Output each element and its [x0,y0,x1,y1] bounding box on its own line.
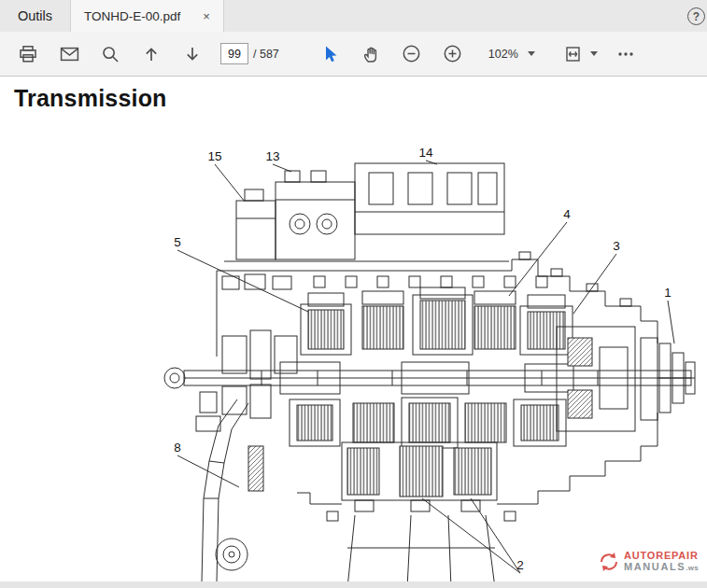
page-total-label: / 587 [253,48,279,61]
tab-document-label: TONHD-E-00.pdf [84,9,180,23]
callout-leader-line [668,301,674,343]
callout-leader-line [215,164,245,202]
page-fit-icon [565,46,586,63]
autorepair-logo-icon [598,551,620,573]
callout-label: 4 [563,207,571,221]
tab-outils-label: Outils [18,8,52,23]
callout-leader-line [273,164,291,172]
printer-icon [19,45,37,63]
hand-tool-button[interactable] [356,39,386,69]
tab-document[interactable]: TONHD-E-00.pdf × [70,0,224,32]
tab-bar: Outils TONHD-E-00.pdf × ? [0,0,707,33]
ellipsis-icon [617,51,634,57]
callout-leader-line [422,498,520,573]
search-button[interactable] [95,39,125,69]
zoom-level-select[interactable]: 102% [483,44,541,64]
plus-circle-icon [443,44,462,63]
envelope-icon [60,45,79,63]
arrow-up-icon [142,45,161,63]
next-page-button[interactable] [177,39,207,69]
watermark: AUTOREPAIR MANUALS.ws [598,550,699,573]
callout-label: 13 [265,149,279,163]
callout-leader-line [471,498,520,573]
callout-label: 5 [174,235,181,249]
zoom-out-button[interactable] [397,39,427,69]
tab-outils[interactable]: Outils [0,0,70,32]
select-tool-button[interactable] [315,39,345,69]
chevron-down-icon [590,51,598,56]
arrow-down-icon [183,45,202,63]
page-display-options-button[interactable] [565,46,598,63]
cursor-arrow-icon [320,45,339,63]
callout-label: 3 [613,239,620,253]
callout-label: 8 [174,441,181,455]
print-button[interactable] [13,39,43,69]
zoom-in-button[interactable] [438,39,468,69]
help-icon: ? [693,10,700,23]
transmission-diagram: 151314431582 [0,77,707,588]
zoom-level-value: 102% [488,48,518,61]
hand-icon [361,45,380,63]
more-options-button[interactable] [611,39,641,69]
callout-label: 2 [516,558,524,572]
callout-label: 14 [418,146,433,160]
search-icon [101,45,120,63]
pdf-toolbar: / 587 102% [0,32,707,77]
email-button[interactable] [54,39,84,69]
help-button[interactable]: ? [687,7,705,25]
previous-page-button[interactable] [136,39,166,69]
callout-leader-line [573,254,616,314]
chevron-down-icon [528,51,535,56]
watermark-line1: AUTOREPAIR [624,550,699,561]
callout-label: 1 [664,286,672,300]
minus-circle-icon [402,44,421,63]
page-number-input[interactable] [220,43,248,64]
callout-label: 15 [207,149,221,163]
close-icon[interactable]: × [203,9,210,23]
pdf-page: Transmission [0,77,707,588]
callout-leader-line [177,455,239,487]
viewer-bottom-edge [0,581,707,588]
watermark-line2: MANUALS.ws [624,561,699,573]
